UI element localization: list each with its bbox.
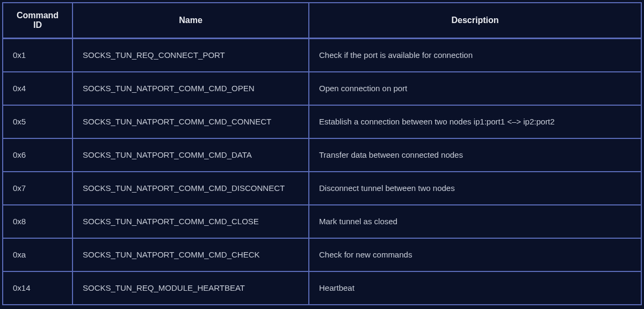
cell-name: SOCKS_TUN_NATPORT_COMM_CMD_OPEN: [73, 72, 309, 105]
header-name: Name: [73, 3, 309, 39]
cell-command-id: 0x5: [3, 105, 73, 138]
header-command-id: Command ID: [3, 3, 73, 39]
header-description: Description: [309, 3, 641, 39]
cell-command-id: 0xa: [3, 238, 73, 271]
cell-description: Check if the port is available for conne…: [309, 39, 641, 72]
cell-description: Heartbeat: [309, 271, 641, 305]
cell-command-id: 0x8: [3, 205, 73, 238]
cell-description: Mark tunnel as closed: [309, 205, 641, 238]
cell-description: Transfer data between connected nodes: [309, 138, 641, 172]
cell-description: Check for new commands: [309, 238, 641, 271]
table-row: 0x5 SOCKS_TUN_NATPORT_COMM_CMD_CONNECT E…: [3, 105, 641, 138]
cell-name: SOCKS_TUN_NATPORT_COMM_CMD_DISCONNECT: [73, 172, 309, 205]
cell-name: SOCKS_TUN_NATPORT_COMM_CMD_CONNECT: [73, 105, 309, 138]
cell-name: SOCKS_TUN_NATPORT_COMM_CMD_DATA: [73, 138, 309, 172]
table-row: 0x8 SOCKS_TUN_NATPORT_COMM_CMD_CLOSE Mar…: [3, 205, 641, 238]
table-row: 0x4 SOCKS_TUN_NATPORT_COMM_CMD_OPEN Open…: [3, 72, 641, 105]
table-row: 0x6 SOCKS_TUN_NATPORT_COMM_CMD_DATA Tran…: [3, 138, 641, 172]
table-row: 0x7 SOCKS_TUN_NATPORT_COMM_CMD_DISCONNEC…: [3, 172, 641, 205]
table-row: 0xa SOCKS_TUN_NATPORT_COMM_CMD_CHECK Che…: [3, 238, 641, 271]
cell-name: SOCKS_TUN_NATPORT_COMM_CMD_CHECK: [73, 238, 309, 271]
cell-command-id: 0x1: [3, 39, 73, 72]
cell-command-id: 0x7: [3, 172, 73, 205]
commands-table: Command ID Name Description 0x1 SOCKS_TU…: [2, 2, 642, 305]
cell-description: Disconnect tunnel between two nodes: [309, 172, 641, 205]
cell-name: SOCKS_TUN_REQ_MODULE_HEARTBEAT: [73, 271, 309, 305]
cell-name: SOCKS_TUN_NATPORT_COMM_CMD_CLOSE: [73, 205, 309, 238]
cell-command-id: 0x4: [3, 72, 73, 105]
cell-command-id: 0x6: [3, 138, 73, 172]
table-row: 0x1 SOCKS_TUN_REQ_CONNECT_PORT Check if …: [3, 39, 641, 72]
cell-name: SOCKS_TUN_REQ_CONNECT_PORT: [73, 39, 309, 72]
cell-description: Open connection on port: [309, 72, 641, 105]
table-row: 0x14 SOCKS_TUN_REQ_MODULE_HEARTBEAT Hear…: [3, 271, 641, 305]
table-body: 0x1 SOCKS_TUN_REQ_CONNECT_PORT Check if …: [3, 39, 641, 305]
cell-command-id: 0x14: [3, 271, 73, 305]
cell-description: Establish a connection between two nodes…: [309, 105, 641, 138]
table-header-row: Command ID Name Description: [3, 3, 641, 39]
